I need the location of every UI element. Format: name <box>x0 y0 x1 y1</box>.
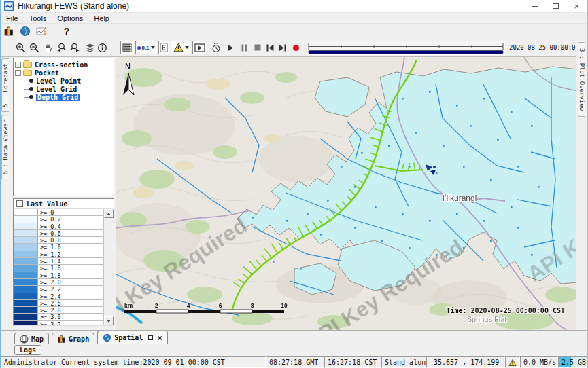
record-button[interactable] <box>290 41 301 54</box>
minimize-button[interactable] <box>524 0 545 12</box>
map-canvas[interactable]: API Key Required API Key Required API Ke… <box>116 57 577 330</box>
scale-tick: 2 <box>155 302 158 309</box>
bar-chart-icon <box>57 335 66 344</box>
pan-button[interactable] <box>41 41 54 54</box>
close-icon: × <box>574 2 580 11</box>
step-last-icon <box>279 44 286 52</box>
window-title: Hikurangi FEWS (Stand alone) <box>18 1 129 11</box>
scale-tick: 6 <box>219 302 222 309</box>
tree-node-cross-section[interactable]: + Cross-section <box>15 60 114 69</box>
stop-button[interactable] <box>252 41 263 54</box>
map-time-label: Time: 2020-08-25 00:00:00 CST <box>446 307 565 314</box>
grid-icon <box>122 43 132 52</box>
maximize-button[interactable] <box>545 0 566 12</box>
main-toolbar: ? <box>1 24 587 39</box>
collapse-icon[interactable]: - <box>15 70 21 76</box>
legend-panel: Last Value >= 0>= 0.2>= 0.4>= 0.6>= 0.8>… <box>13 198 114 326</box>
tree-node-level-point[interactable]: Level Point <box>29 77 114 85</box>
legend-scrollbar[interactable] <box>104 209 114 325</box>
tab-map[interactable]: Map <box>14 333 49 344</box>
tree-node-level-grid[interactable]: Level Grid <box>29 85 114 93</box>
warning-icon <box>508 358 517 367</box>
step-first-icon <box>266 44 274 52</box>
legend-row-label: >= 2.8 <box>38 307 103 313</box>
animation-settings-button[interactable] <box>210 41 222 54</box>
arrow-up-icon <box>107 213 111 215</box>
legend-row: >= 0.4 <box>14 223 103 230</box>
expand-icon[interactable]: + <box>15 62 21 68</box>
place-label: Springs Flat <box>467 315 507 323</box>
legend-color-swatch <box>14 314 38 320</box>
movie-export-button[interactable] <box>192 41 207 54</box>
tree-node-depth-grid[interactable]: Depth Grid <box>29 93 114 101</box>
zoom-out-button[interactable] <box>28 41 40 54</box>
scroll-up-button[interactable] <box>104 209 114 218</box>
step-last-button[interactable] <box>277 41 288 54</box>
tree-node-pocket[interactable]: - Pocket <box>15 69 114 77</box>
logs-row: Logs <box>1 344 587 356</box>
step-first-button[interactable] <box>264 41 275 54</box>
last-value-checkbox[interactable] <box>16 200 23 207</box>
info-button[interactable] <box>96 41 108 54</box>
tree-children: Level Point Level Grid Depth Grid <box>29 77 114 101</box>
status-gmt-time: 08:27:18 GMT <box>266 356 324 368</box>
menu-tools[interactable]: Tools <box>24 14 52 23</box>
tab-spatial-label: Spatial <box>114 334 143 342</box>
database-display-button[interactable] <box>1 24 17 38</box>
elevation-profile-button[interactable] <box>158 41 169 54</box>
tab-maximize-button[interactable] <box>148 335 153 340</box>
arrow-down-icon <box>107 320 111 323</box>
play-button[interactable] <box>225 41 236 54</box>
legend-row-label: >= 2.6 <box>38 300 103 306</box>
status-network-rate: 0.0 MB/s <box>520 356 558 368</box>
legend-row-label: >= 0.2 <box>38 216 103 222</box>
tab-forecast[interactable]: 5 : Forecast <box>1 58 9 112</box>
legend-row: >= 2.8 <box>14 307 103 314</box>
bullet-icon <box>29 79 33 83</box>
logs-button[interactable]: Logs <box>14 345 41 355</box>
close-button[interactable]: × <box>566 0 587 12</box>
minimize-icon <box>532 6 538 7</box>
tab-plot-overview[interactable]: 3 : Plot Overview <box>578 42 585 117</box>
zoom-in-button[interactable] <box>14 41 27 54</box>
zoom-next-icon <box>70 43 80 53</box>
menu-file[interactable]: File <box>1 14 24 23</box>
level-point-dot <box>429 91 431 93</box>
level-point-dot <box>409 247 411 249</box>
level-point-dot <box>511 206 513 208</box>
menu-options[interactable]: Options <box>52 14 88 23</box>
timeseries-display-button[interactable] <box>33 24 50 38</box>
thresholds-dropdown[interactable] <box>171 41 191 54</box>
status-coordinates: -35.657 , 174.199 <box>426 356 505 368</box>
map-view[interactable]: API Key Required API Key Required API Ke… <box>116 57 577 330</box>
layers-button[interactable] <box>84 41 96 54</box>
grid-display-button[interactable] <box>120 41 134 54</box>
zoom-previous-button[interactable] <box>55 41 67 54</box>
timeline-slider[interactable] <box>307 41 505 55</box>
level-point-dot <box>429 220 431 222</box>
help-button[interactable]: ? <box>58 24 75 38</box>
contour-interval-dropdown[interactable]: 0.1 <box>135 41 157 54</box>
tab-data-viewer[interactable]: 6 : Data Viewer <box>1 115 9 179</box>
scroll-down-button[interactable] <box>104 316 114 325</box>
level-point-dot <box>388 145 390 147</box>
menu-help[interactable]: Help <box>88 14 115 23</box>
tab-spatial[interactable]: Spatial × <box>97 331 168 344</box>
status-memory: 2.5 GB <box>558 356 588 368</box>
tab-close-button[interactable]: × <box>157 333 162 342</box>
level-point-dot <box>490 179 492 181</box>
legend-row: >= 2.6 <box>14 300 103 307</box>
legend-color-swatch <box>14 230 38 236</box>
status-system-time: Current system time:2020-09-01 00:00 CST <box>58 356 266 368</box>
map-display-button[interactable] <box>17 24 33 38</box>
zoom-next-button[interactable] <box>69 41 81 54</box>
status-warning-button[interactable] <box>505 356 520 368</box>
legend-row-label: >= 0 <box>38 209 103 215</box>
tab-graph[interactable]: Graph <box>52 333 94 344</box>
pause-button[interactable] <box>239 41 249 54</box>
wireframe-globe-icon <box>20 335 29 344</box>
legend-row-label: >= 0.4 <box>38 223 103 229</box>
level-point-dot <box>375 206 377 208</box>
level-point-dot <box>361 152 363 154</box>
legend-row-label: >= 1.8 <box>38 272 103 278</box>
